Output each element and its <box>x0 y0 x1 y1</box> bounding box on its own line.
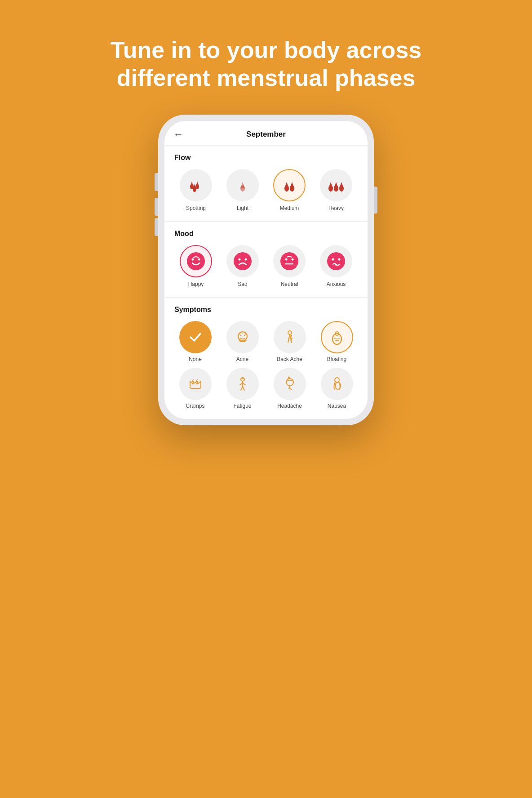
symptom-headache-label: Headache <box>277 403 302 409</box>
symptom-bloating-button[interactable] <box>321 321 353 353</box>
mood-anxious-button[interactable] <box>320 245 352 277</box>
flow-light-button[interactable] <box>226 169 259 201</box>
symptom-item-headache: Headache <box>269 368 310 409</box>
mood-happy-button[interactable] <box>180 245 212 277</box>
svg-point-36 <box>245 334 246 334</box>
mood-item-happy: Happy <box>174 245 217 287</box>
symptom-item-cramps: Cramps <box>174 368 216 409</box>
svg-point-21 <box>234 252 252 270</box>
screen-title: September <box>246 130 286 139</box>
symptom-fatigue-label: Fatigue <box>233 403 251 409</box>
svg-point-18 <box>187 252 205 270</box>
phone-shell: ← September Flow <box>158 115 374 425</box>
svg-point-24 <box>280 252 298 270</box>
mood-happy-label: Happy <box>188 281 204 287</box>
symptom-none-label: None <box>189 356 202 362</box>
symptoms-section: Symptoms None <box>164 298 368 419</box>
svg-point-43 <box>335 378 339 382</box>
mood-neutral-button[interactable] <box>273 245 306 277</box>
svg-marker-7 <box>240 182 245 188</box>
symptom-item-none: None <box>174 321 216 362</box>
svg-point-28 <box>327 252 345 270</box>
symptom-cramps-label: Cramps <box>186 403 204 409</box>
symptom-backache-button[interactable] <box>274 321 306 353</box>
screen-header: ← September <box>164 121 368 146</box>
symptom-item-acne: Acne <box>222 321 263 362</box>
flow-medium-button[interactable] <box>273 169 306 201</box>
symptom-acne-button[interactable] <box>226 321 259 353</box>
flow-medium-label: Medium <box>280 205 299 211</box>
svg-marker-9 <box>284 182 289 188</box>
svg-marker-17 <box>339 182 344 188</box>
flow-spotting-button[interactable] <box>180 169 212 201</box>
phone-screen: ← September Flow <box>164 121 368 419</box>
symptoms-grid: None <box>174 321 358 409</box>
svg-point-29 <box>332 258 334 260</box>
symptom-headache-button[interactable] <box>274 368 306 400</box>
symptom-acne-label: Acne <box>236 356 248 362</box>
mood-section: Mood Happy <box>164 222 368 298</box>
mood-sad-button[interactable] <box>226 245 259 277</box>
flow-items-grid: Spotting Light <box>174 169 358 211</box>
svg-point-33 <box>240 334 241 336</box>
svg-point-41 <box>241 378 244 381</box>
symptoms-section-title: Symptoms <box>174 306 358 314</box>
flow-item-light: Light <box>221 169 264 211</box>
symptom-item-backache: Back Ache <box>269 321 310 362</box>
symptom-cramps-button[interactable] <box>179 368 212 400</box>
symptom-bloating-label: Bloating <box>327 356 346 362</box>
flow-item-medium: Medium <box>268 169 311 211</box>
mood-neutral-label: Neutral <box>281 281 298 287</box>
symptom-item-bloating: Bloating <box>316 321 358 362</box>
mood-item-neutral: Neutral <box>268 245 311 287</box>
back-button[interactable]: ← <box>173 129 183 140</box>
svg-point-23 <box>245 258 247 260</box>
mood-item-sad: Sad <box>221 245 264 287</box>
svg-marker-1 <box>191 181 193 187</box>
flow-heavy-button[interactable] <box>320 169 352 201</box>
flow-light-label: Light <box>237 205 248 211</box>
svg-marker-3 <box>196 181 199 187</box>
svg-point-22 <box>239 258 241 260</box>
svg-point-35 <box>239 334 240 334</box>
flow-item-spotting: Spotting <box>174 169 217 211</box>
mood-items-grid: Happy Sad <box>174 245 358 287</box>
svg-point-42 <box>286 379 293 386</box>
mood-sad-label: Sad <box>238 281 247 287</box>
flow-spotting-label: Spotting <box>186 205 206 211</box>
mood-anxious-label: Anxious <box>327 281 346 287</box>
symptom-item-fatigue: Fatigue <box>222 368 263 409</box>
svg-marker-15 <box>334 182 338 188</box>
headline: Tune in to your body across different me… <box>109 36 423 92</box>
symptom-nausea-button[interactable] <box>321 368 353 400</box>
mood-section-title: Mood <box>174 230 358 238</box>
svg-point-26 <box>292 258 294 260</box>
svg-point-19 <box>192 258 194 260</box>
symptom-backache-label: Back Ache <box>277 356 302 362</box>
svg-point-34 <box>244 334 245 336</box>
svg-point-31 <box>335 264 337 266</box>
svg-point-37 <box>242 333 243 334</box>
svg-point-30 <box>338 258 341 260</box>
flow-section: Flow Spotting <box>164 146 368 222</box>
svg-point-25 <box>285 258 288 260</box>
flow-section-title: Flow <box>174 154 358 162</box>
svg-point-20 <box>198 258 200 260</box>
svg-point-38 <box>288 331 292 334</box>
flow-item-heavy: Heavy <box>315 169 358 211</box>
svg-marker-13 <box>328 182 333 188</box>
symptom-item-nausea: Nausea <box>316 368 358 409</box>
flow-heavy-label: Heavy <box>328 205 344 211</box>
mood-item-anxious: Anxious <box>315 245 358 287</box>
symptom-none-button[interactable] <box>179 321 212 353</box>
symptom-nausea-label: Nausea <box>328 403 346 409</box>
svg-marker-11 <box>290 182 294 188</box>
symptom-fatigue-button[interactable] <box>226 368 259 400</box>
